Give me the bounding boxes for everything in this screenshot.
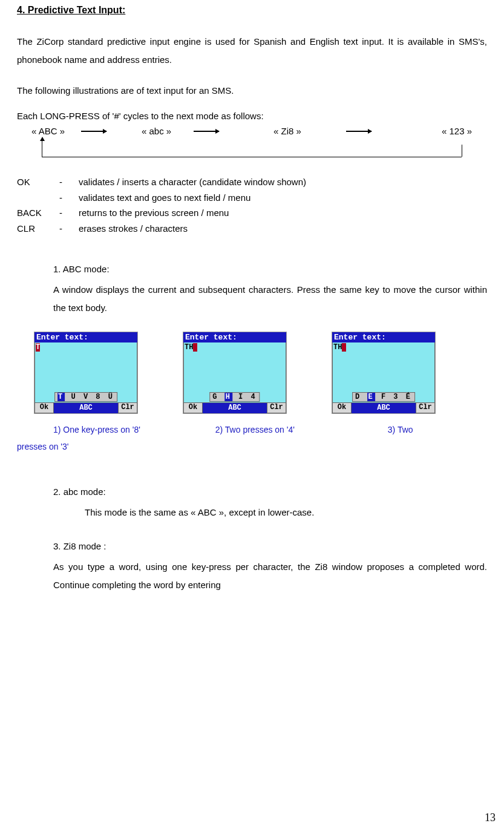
abc-lower-text: This mode is the same as « ABC », except… — [85, 503, 487, 522]
zi8-title: 3. Zi8 mode : — [53, 537, 487, 555]
key-reference-table: OK-validates / inserts a character (cand… — [17, 174, 487, 236]
abc-mode-text: A window displays the current and subseq… — [53, 281, 487, 317]
softkey-clr: Clr — [416, 403, 435, 413]
key-name: BACK — [17, 205, 59, 221]
mode-zi8: « Zi8 » — [273, 126, 301, 136]
abc-mode-title: 1. ABC mode: — [53, 260, 487, 278]
key-desc: validates / inserts a character (candida… — [79, 174, 487, 190]
paragraph-intro: The ZiCorp standard predictive input eng… — [17, 33, 487, 69]
candidate-bar: T U V 8 Ü — [54, 392, 117, 402]
screen-title: Enter text: — [332, 332, 435, 342]
page-number: 13 — [485, 811, 496, 824]
softkey-ok: Ok — [34, 403, 54, 413]
key-name: CLR — [17, 221, 59, 237]
entered-text: TH — [333, 343, 346, 352]
arrow-icon — [346, 131, 371, 132]
phone-screenshot: Enter text: TH G H I 4 Ok ABC Clr — [183, 332, 287, 414]
caption-3b: presses on '3' — [17, 442, 69, 451]
key-desc: returns to the previous screen / menu — [79, 205, 487, 221]
abc-lower-title: 2. abc mode: — [53, 483, 487, 501]
entered-text: TH — [185, 343, 197, 352]
mode-abc-lower: « abc » — [142, 126, 171, 136]
mode-123: « 123 » — [442, 126, 472, 136]
phone-screenshot: Enter text: TH D E F 3 É Ok ABC Clr — [332, 332, 436, 414]
candidate-bar: D E F 3 É — [352, 392, 415, 402]
paragraph-illustrations: The following illustrations are of text … — [17, 84, 487, 98]
caption-1: 1) One key-press on '8' — [53, 425, 140, 434]
softkey-clr: Clr — [267, 403, 286, 413]
section-heading: 4. Predictive Text Input: — [17, 5, 487, 16]
dash: - — [59, 221, 79, 237]
caption-3a: 3) Two — [388, 425, 413, 434]
key-name: OK — [17, 174, 59, 190]
mode-cycle-diagram: « ABC » « abc » « Zi8 » « 123 » — [17, 126, 487, 165]
entered-text: T — [36, 343, 40, 352]
zi8-text: As you type a word, using one key-press … — [53, 558, 487, 594]
screenshot-captions: 1) One key-press on '8' 2) Two presses o… — [17, 421, 487, 455]
softkey-mode: ABC — [203, 403, 267, 413]
phone-screenshot: Enter text: T T U V 8 Ü Ok ABC Clr — [34, 332, 138, 414]
key-desc: validates text and goes to next field / … — [79, 190, 487, 206]
key-name — [17, 190, 59, 206]
arrow-icon — [81, 131, 106, 132]
softkey-mode: ABC — [352, 403, 416, 413]
dash: - — [59, 174, 79, 190]
caption-2: 2) Two presses on '4' — [215, 425, 295, 434]
paragraph-cycle: Each LONG-PRESS of '#' cycles to the nex… — [17, 109, 487, 123]
dash: - — [59, 190, 79, 206]
screen-title: Enter text: — [34, 332, 137, 342]
key-desc: erases strokes / characters — [79, 221, 487, 237]
dash: - — [59, 205, 79, 221]
mode-abc-upper: « ABC » — [31, 126, 65, 136]
arrow-icon — [194, 131, 219, 132]
softkey-mode: ABC — [54, 403, 118, 413]
candidate-bar: G H I 4 — [209, 392, 260, 402]
softkey-ok: Ok — [332, 403, 352, 413]
screen-title: Enter text: — [183, 332, 286, 342]
softkey-clr: Clr — [118, 403, 137, 413]
softkey-ok: Ok — [183, 403, 203, 413]
screenshot-row: Enter text: T T U V 8 Ü Ok ABC Clr Enter… — [34, 332, 487, 414]
